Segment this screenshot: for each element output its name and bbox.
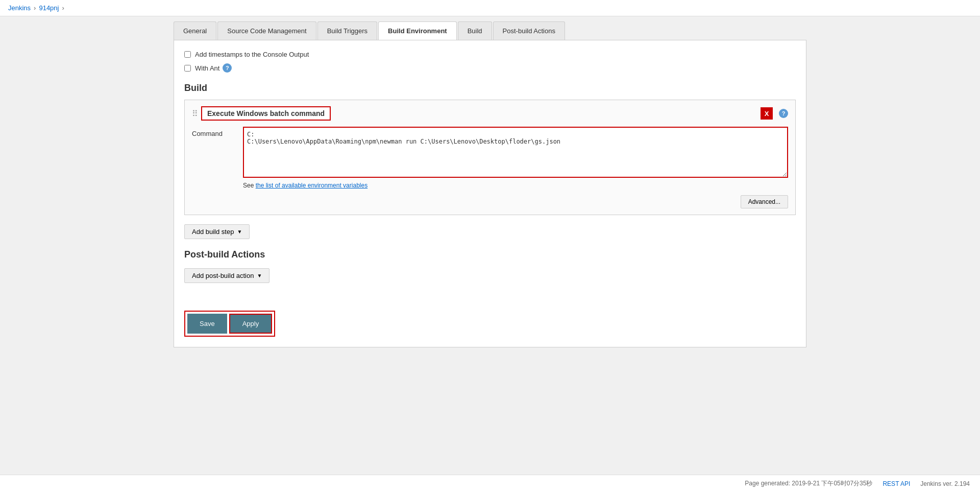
build-section-heading: Build [184, 83, 796, 93]
footer-jenkins-ver: Jenkins ver. 2.194 [920, 480, 970, 487]
timestamps-label: Add timestamps to the Console Output [195, 51, 309, 58]
tab-build[interactable]: Build [458, 21, 492, 40]
footer: Page generated: 2019-9-21 下午05时07分35秒 RE… [0, 475, 980, 492]
command-row: Command C: C:\Users\Lenovo\AppData\Roami… [192, 127, 788, 178]
breadcrumb-sep-1: › [34, 4, 36, 12]
advanced-button[interactable]: Advanced... [741, 195, 788, 208]
tab-build-environment[interactable]: Build Environment [378, 21, 457, 40]
build-step-header: ⠿ Execute Windows batch command X ? [192, 106, 788, 121]
drag-handle-icon[interactable]: ⠿ [192, 109, 198, 119]
form-actions: Save Apply [184, 311, 275, 337]
add-post-build-arrow-icon: ▼ [257, 273, 262, 278]
main-content: General Source Code Management Build Tri… [168, 21, 812, 347]
env-vars-link[interactable]: the list of available environment variab… [256, 182, 368, 189]
form-actions-container: Save Apply [184, 298, 796, 337]
apply-button[interactable]: Apply [229, 314, 273, 334]
breadcrumb-project[interactable]: 914pnj [39, 4, 59, 12]
with-ant-checkbox[interactable] [184, 65, 191, 72]
post-build-section: Post-build Actions Add post-build action… [184, 249, 796, 283]
add-build-step-button[interactable]: Add build step ▼ [184, 224, 250, 239]
tab-build-triggers[interactable]: Build Triggers [317, 21, 377, 40]
tab-post-build-actions[interactable]: Post-build Actions [493, 21, 565, 40]
add-post-build-action-button[interactable]: Add post-build action ▼ [184, 268, 270, 283]
tab-panel: Add timestamps to the Console Output Wit… [174, 40, 806, 347]
with-ant-help-icon[interactable]: ? [223, 63, 232, 73]
breadcrumb-jenkins[interactable]: Jenkins [8, 4, 31, 12]
command-label: Command [192, 127, 243, 137]
post-build-heading: Post-build Actions [184, 249, 796, 260]
with-ant-row: With Ant ? [184, 63, 796, 73]
tab-source-code-management[interactable]: Source Code Management [217, 21, 316, 40]
build-step-title: Execute Windows batch command [201, 106, 331, 121]
footer-rest-api-link[interactable]: REST API [883, 480, 910, 487]
footer-generated-text: Page generated: 2019-9-21 下午05时07分35秒 [745, 479, 872, 488]
env-vars-link-row: See the list of available environment va… [243, 182, 788, 189]
build-step-help-icon[interactable]: ? [779, 109, 788, 118]
tab-bar: General Source Code Management Build Tri… [174, 21, 806, 40]
save-button[interactable]: Save [187, 314, 227, 334]
add-build-step-label: Add build step [192, 228, 234, 236]
env-vars-prefix: See [243, 182, 256, 189]
advanced-btn-row: Advanced... [192, 195, 788, 208]
add-build-step-arrow-icon: ▼ [237, 229, 242, 235]
breadcrumb-sep-2: › [62, 4, 64, 12]
breadcrumb: Jenkins › 914pnj › [0, 0, 980, 16]
tab-general[interactable]: General [174, 21, 216, 40]
command-textarea[interactable]: C: C:\Users\Lenovo\AppData\Roaming\npm\n… [243, 127, 788, 178]
build-step-card: ⠿ Execute Windows batch command X ? Comm… [184, 100, 796, 215]
with-ant-label: With Ant [195, 64, 219, 72]
timestamps-row: Add timestamps to the Console Output [184, 51, 796, 58]
build-step-actions: X ? [761, 107, 788, 120]
delete-step-button[interactable]: X [761, 107, 773, 120]
add-post-build-label: Add post-build action [192, 272, 254, 279]
timestamps-checkbox[interactable] [184, 51, 191, 58]
